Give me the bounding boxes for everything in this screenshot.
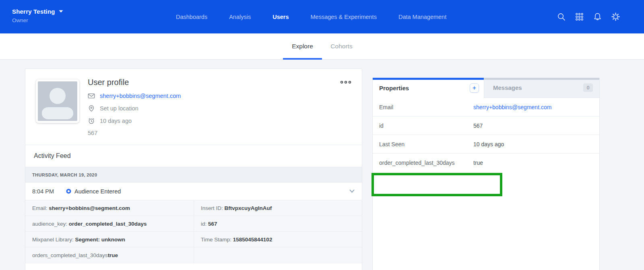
detail-label: id:: [201, 221, 208, 227]
nav-messages-experiments[interactable]: Messages & Experiments: [311, 14, 377, 20]
table-row: Mixpanel Library: Segment: unknown Time …: [25, 232, 362, 247]
tab-messages[interactable]: Messages 0: [484, 78, 600, 98]
active-tab-accent: [373, 78, 484, 80]
tab-properties[interactable]: Properties +: [372, 78, 484, 98]
secondary-tabbar: Explore Cohorts: [0, 33, 644, 60]
detail-value: 567: [208, 221, 217, 227]
detail-label: Insert ID:: [201, 205, 225, 211]
nav-users[interactable]: Users: [272, 14, 289, 20]
tab-explore-label: Explore: [292, 43, 313, 50]
detail-label: audience_key:: [32, 221, 69, 227]
chevron-down-icon: [59, 10, 63, 13]
user-profile-card: User profile sherry+bobbins@segment.com …: [25, 69, 362, 270]
profile-header: User profile sherry+bobbins@segment.com …: [25, 69, 362, 145]
table-row: Email: sherry+bobbins@segment.com Insert…: [25, 200, 362, 216]
table-row: audience_key: order_completed_last_30day…: [25, 216, 362, 232]
detail-label: Time Stamp:: [201, 237, 233, 243]
topbar-icon-group: [557, 0, 620, 33]
top-navigation-bar: Sherry Testing Owner Dashboards Analysis…: [0, 0, 644, 33]
apps-grid-icon[interactable]: [575, 12, 584, 21]
detail-label: Mixpanel Library:: [32, 237, 75, 243]
expand-chevron-icon[interactable]: [349, 189, 355, 193]
event-name: Audience Entered: [74, 188, 121, 195]
profile-email-link[interactable]: sherry+bobbins@segment.com: [100, 93, 181, 99]
nav-data-management[interactable]: Data Management: [398, 14, 446, 20]
tab-properties-label: Properties: [379, 85, 470, 91]
more-options-icon[interactable]: [340, 80, 351, 84]
page-title: User profile: [88, 78, 181, 87]
activity-event-row[interactable]: 8:04 PM Audience Entered: [25, 183, 362, 200]
property-row-email: Email sherry+bobbins@segment.com: [373, 98, 599, 116]
property-value-email-link[interactable]: sherry+bobbins@segment.com: [473, 104, 551, 110]
properties-list: Email sherry+bobbins@segment.com id 567 …: [372, 98, 600, 270]
search-icon[interactable]: [557, 12, 566, 21]
messages-count-badge: 0: [583, 83, 593, 92]
detail-value: BftvpxcuyAgInAuf: [225, 205, 272, 211]
location-pin-icon: [88, 105, 95, 112]
property-key: order_completed_last_30days: [379, 160, 473, 166]
settings-gear-icon[interactable]: [611, 12, 620, 21]
detail-value: Segment: unknown: [75, 237, 126, 243]
property-key: Last Seen: [379, 141, 473, 147]
property-value: 567: [473, 123, 483, 129]
detail-value: true: [108, 252, 118, 258]
inactive-tab-accent: [484, 78, 599, 80]
property-row-id: id 567: [373, 116, 599, 135]
profile-user-id: 567: [88, 130, 181, 136]
email-envelope-icon: [88, 92, 95, 100]
avatar: [36, 79, 79, 123]
active-tab-indicator: [283, 58, 322, 60]
profile-last-seen: 10 days ago: [100, 118, 132, 124]
mixpanel-users-explore-screen: Sherry Testing Owner Dashboards Analysis…: [0, 0, 644, 270]
detail-label: orders_completed_last_30days: [32, 252, 108, 258]
tab-cohorts[interactable]: Cohorts: [322, 33, 361, 59]
last-seen-clock-icon: [88, 117, 95, 125]
activity-feed-title: Activity Feed: [25, 145, 362, 167]
property-key: Email: [379, 104, 473, 110]
property-row-last-seen: Last Seen 10 days ago: [373, 135, 599, 154]
project-switcher[interactable]: Sherry Testing Owner: [12, 8, 63, 23]
property-row-order-completed: order_completed_last_30days true: [373, 154, 599, 172]
tab-cohorts-label: Cohorts: [330, 43, 352, 50]
detail-label: Email:: [32, 205, 49, 211]
profile-location-placeholder[interactable]: Set up location: [100, 105, 138, 112]
event-details-table: Email: sherry+bobbins@segment.com Insert…: [25, 200, 362, 263]
property-value: 10 days ago: [473, 141, 504, 147]
highlight-annotation-box: [372, 173, 502, 196]
primary-nav: Dashboards Analysis Users Messages & Exp…: [176, 0, 446, 33]
activity-date-header: THURSDAY, MARCH 19, 2020: [25, 167, 362, 183]
add-property-button[interactable]: +: [470, 83, 479, 93]
event-type-dot-icon: [66, 189, 71, 194]
tab-messages-label: Messages: [493, 84, 583, 91]
nav-analysis[interactable]: Analysis: [229, 14, 251, 20]
property-key: id: [379, 123, 473, 129]
detail-value: 1585045844102: [233, 237, 272, 243]
tab-explore[interactable]: Explore: [283, 33, 322, 59]
notifications-bell-icon[interactable]: [593, 12, 602, 21]
nav-dashboards[interactable]: Dashboards: [176, 14, 207, 20]
detail-value: sherry+bobbins@segment.com: [49, 205, 130, 211]
project-role: Owner: [12, 17, 63, 23]
properties-panel: Properties + Messages 0 Email sherry+bob…: [372, 78, 600, 270]
project-name: Sherry Testing: [12, 8, 55, 15]
detail-value: order_completed_last_30days: [69, 221, 147, 227]
event-time: 8:04 PM: [32, 188, 66, 195]
property-value: true: [473, 160, 483, 166]
table-row: orders_completed_last_30daystrue: [25, 247, 362, 263]
properties-panel-tabs: Properties + Messages 0: [372, 78, 600, 98]
